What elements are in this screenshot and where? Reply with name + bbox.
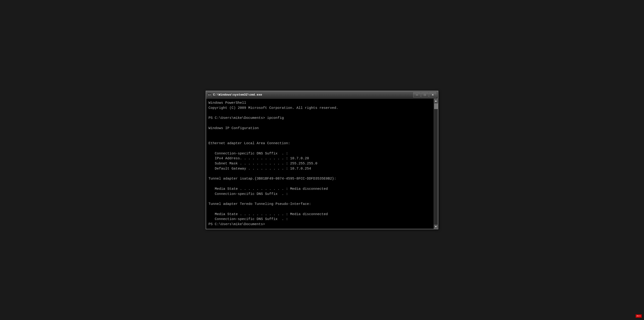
line-media1: Media State . . . . . . . . . . . : Medi…: [208, 187, 431, 192]
line-blank9: [208, 207, 431, 212]
scrollbar[interactable]: ▲ ▼: [434, 99, 438, 229]
line-dns2: Connection-specific DNS Suffix . :: [208, 192, 431, 197]
line-prompt1: PS C:\Users\mike\Documents> ipconfig: [208, 116, 431, 121]
line-gateway: Default Gateway . . . . . . . . . : 10.7…: [208, 166, 431, 171]
line-copyright: Copyright (C) 2009 Microsoft Corporation…: [208, 106, 431, 111]
line-ip-config: Windows IP Configuration: [208, 126, 431, 131]
watermark: RY+: [636, 315, 642, 318]
console-wrapper: Windows PowerShellCopyright (C) 2009 Mic…: [206, 99, 438, 229]
line-blank3: [208, 131, 431, 136]
line-blank1: [208, 111, 431, 116]
scroll-track[interactable]: [434, 103, 438, 225]
line-blank5: [208, 146, 431, 151]
line-prompt2: PS C:\Users\mike\Documents>: [208, 222, 431, 227]
scroll-thumb[interactable]: [434, 103, 438, 109]
line-dns: Connection-specific DNS Suffix . :: [208, 151, 431, 156]
window-controls: ─ □ ✕: [413, 92, 436, 97]
scroll-down-button[interactable]: ▼: [434, 225, 438, 229]
line-ipv4: IPv4 Address. . . . . . . . . . . : 10.7…: [208, 156, 431, 161]
window-title: C:\Windows\system32\cmd.exe: [213, 93, 413, 96]
title-bar: C:\ C:\Windows\system32\cmd.exe ─ □ ✕: [206, 91, 438, 99]
line-blank4: [208, 136, 431, 141]
line-blank8: [208, 197, 431, 202]
maximize-button[interactable]: □: [421, 92, 428, 97]
scroll-up-button[interactable]: ▲: [434, 99, 438, 103]
line-tunnel2: Tunnel adapter Teredo Tunneling Pseudo-I…: [208, 202, 431, 207]
minimize-button[interactable]: ─: [413, 92, 421, 97]
line-dns3: Connection-specific DNS Suffix . :: [208, 217, 431, 222]
line-ethernet: Ethernet adapter Local Area Connection:: [208, 141, 431, 146]
window-icon: C:\: [208, 93, 212, 97]
line-media2: Media State . . . . . . . . . . . : Medi…: [208, 212, 431, 217]
line-powershell: Windows PowerShell: [208, 100, 431, 106]
line-blank6: [208, 171, 431, 177]
line-blank2: [208, 121, 431, 126]
line-subnet: Subnet Mask . . . . . . . . . . . : 255.…: [208, 161, 431, 166]
close-button[interactable]: ✕: [429, 92, 436, 97]
cmd-window: C:\ C:\Windows\system32\cmd.exe ─ □ ✕ Wi…: [206, 91, 438, 229]
line-tunnel1: Tunnel adapter isatap.{3B81BF49-0874-459…: [208, 176, 431, 181]
console-output: Windows PowerShellCopyright (C) 2009 Mic…: [206, 99, 434, 229]
line-blank7: [208, 181, 431, 187]
